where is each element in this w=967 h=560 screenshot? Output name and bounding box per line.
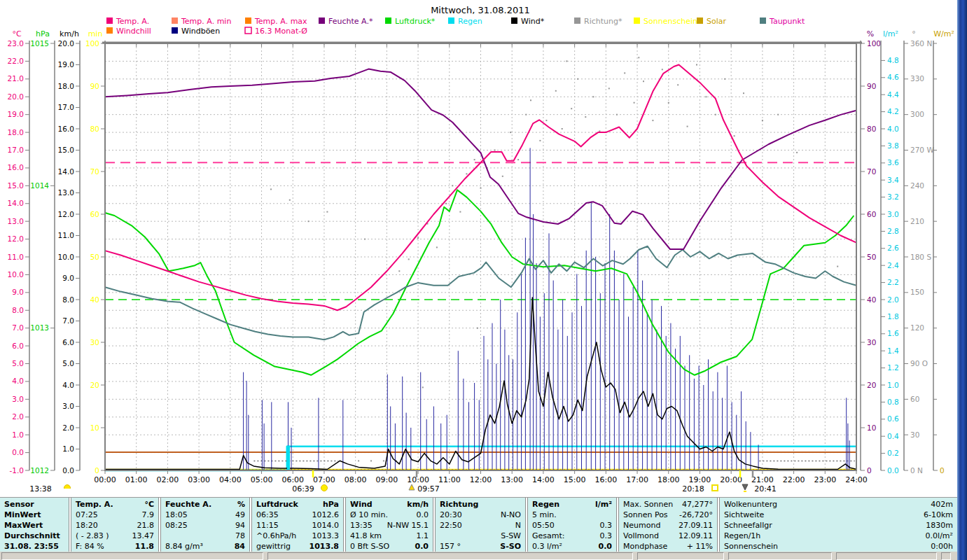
svg-text:15:00: 15:00 [564, 475, 586, 484]
svg-text:22.0: 22.0 [8, 57, 24, 65]
moon-icon [64, 485, 71, 492]
info-column-1: Max. Sonnen47,277°Sonnen Pos-26,720°Neum… [619, 498, 717, 552]
rain-event-bar [287, 446, 290, 470]
svg-text:0.4: 0.4 [887, 432, 899, 440]
svg-text:0: 0 [867, 466, 872, 475]
info-cell: Wolkenunterg402m [724, 499, 953, 510]
stats-cell: 157 °S-SO [440, 541, 521, 552]
legend-item-temp-a-[interactable]: Temp. A. [106, 17, 149, 26]
svg-text:14:00: 14:00 [532, 475, 555, 484]
svg-text:80: 80 [867, 125, 876, 133]
axis-deg: 360 N330300270 W240210180 S15012090 O603… [904, 29, 934, 475]
svg-text:0.8: 0.8 [887, 398, 899, 406]
stats-column-temp-a-: Temp. A.°C07:257.918:2021.8( - 2.83 )13.… [71, 498, 158, 552]
svg-text:0.0: 0.0 [62, 466, 74, 475]
stats-cell: 18:0549 [165, 510, 245, 520]
svg-text:10.0: 10.0 [8, 270, 24, 279]
svg-text:1015: 1015 [30, 39, 49, 48]
stats-table: SensorMinWertMaxWertDurchschnitt31.08. 2… [0, 497, 957, 553]
svg-text:2.4: 2.4 [887, 261, 899, 270]
info-column-2: Wolkenunterg402mSichtweite6-10kmSchneefa… [720, 498, 957, 552]
svg-text:13:38: 13:38 [29, 484, 52, 493]
legend-item-taupunkt[interactable]: Taupunkt [760, 17, 805, 26]
svg-text:16.3 Monat-Ø: 16.3 Monat-Ø [255, 27, 307, 36]
column-header: Windkm/h [350, 499, 429, 510]
svg-text:3.0: 3.0 [62, 402, 74, 410]
svg-text:20.0: 20.0 [8, 92, 24, 101]
svg-text:11.0: 11.0 [58, 231, 74, 239]
marker-13-38: 13:38 [29, 484, 71, 493]
legend-item-feuchte-a-[interactable]: Feuchte A.* [319, 17, 373, 26]
svg-text:09:00: 09:00 [376, 475, 398, 484]
axis-hpa: 1015101410131012hPa [30, 29, 55, 475]
chart-title: Mittwoch, 31.08.2011 [431, 5, 530, 15]
status-segment-1 [1, 552, 263, 560]
svg-text:1.0: 1.0 [12, 430, 24, 439]
grid [105, 43, 856, 470]
svg-text:18:00: 18:00 [658, 475, 680, 484]
legend-item-luftdruck-[interactable]: Luftdruck* [385, 17, 436, 26]
svg-text:20:18: 20:18 [682, 484, 704, 493]
legend-item-16-3-monat-[interactable]: 16.3 Monat-Ø [245, 27, 307, 36]
svg-text:19.0: 19.0 [8, 110, 24, 118]
info-cell: Vollmond12.09.11 [623, 531, 713, 541]
svg-text:0.0: 0.0 [12, 448, 24, 456]
svg-text:9.0: 9.0 [62, 274, 74, 282]
axis-unit-kmh: km/h [60, 29, 79, 38]
stats-cell: 8.84 g/m³84 [165, 541, 245, 552]
legend-item-wind-[interactable]: Wind* [511, 17, 545, 26]
svg-text:210: 210 [910, 217, 924, 225]
stats-cell: 78 [165, 531, 245, 541]
legend-item-temp-a-min[interactable]: Temp. A. min [172, 17, 231, 26]
legend-item-solar[interactable]: Solar [697, 17, 727, 26]
svg-text:50: 50 [867, 253, 876, 261]
axis-pct: 1009080706050403020100% [861, 29, 881, 475]
stats-cell: F: 84 %11.8 [76, 541, 154, 552]
svg-text:17.0: 17.0 [58, 103, 74, 111]
svg-text:17:00: 17:00 [626, 475, 648, 484]
legend-item-windchill[interactable]: Windchill [106, 27, 151, 36]
stats-cell: 5 min. [532, 510, 612, 520]
svg-text:18.0: 18.0 [8, 128, 24, 136]
axis-unit-wm2: W/m² [933, 29, 954, 38]
svg-text:Regen: Regen [458, 17, 482, 26]
legend-item-richtung-[interactable]: Richtung* [574, 17, 622, 26]
stats-cell: 0.3 l/m²0.0 [532, 541, 612, 552]
svg-text:14.0: 14.0 [58, 167, 74, 176]
plot-frame [102, 43, 862, 474]
info-cell: Regen/1h0.0l/m² [724, 531, 953, 541]
legend-item-regen[interactable]: Regen [448, 17, 482, 26]
stats-cell: 18:2021.8 [76, 520, 154, 531]
svg-text:19.0: 19.0 [58, 60, 74, 69]
stats-column-wind: Windkm/hØ 10 min.0.013:35N-NW 15.141.8 k… [346, 498, 433, 552]
status-segment-6 [941, 552, 951, 560]
svg-text:06:00: 06:00 [281, 475, 304, 484]
svg-text:21:00: 21:00 [751, 475, 774, 484]
svg-text:150: 150 [910, 288, 924, 296]
svg-text:0.0: 0.0 [887, 466, 899, 475]
svg-text:20:00: 20:00 [720, 475, 742, 484]
svg-text:13.0: 13.0 [8, 217, 24, 225]
stats-cell: ( - 2.83 )13.47 [76, 531, 154, 541]
svg-text:3.0: 3.0 [12, 395, 24, 403]
legend-item-temp-a-max[interactable]: Temp. A. max [245, 17, 307, 26]
legend-item-sonnenschein[interactable]: Sonnenschein [634, 17, 697, 26]
axis-unit-lm2: l/m² [883, 29, 898, 38]
svg-text:4.8: 4.8 [887, 56, 899, 64]
svg-text:70: 70 [90, 167, 99, 176]
axis-tempC: 23.022.021.020.019.018.017.016.015.014.0… [8, 29, 29, 475]
svg-text:06:39: 06:39 [292, 484, 314, 493]
svg-text:16:00: 16:00 [594, 475, 617, 484]
info-cell: Neumond27.09.11 [623, 520, 713, 531]
row-label: Durchschnitt [4, 531, 64, 541]
svg-text:08:00: 08:00 [345, 475, 367, 484]
svg-text:90: 90 [867, 82, 876, 90]
svg-text:1.6: 1.6 [887, 329, 899, 337]
svg-text:20:41: 20:41 [754, 484, 777, 493]
svg-text:Temp. A. min: Temp. A. min [181, 17, 231, 26]
status-segment-2 [267, 552, 633, 560]
svg-text:10:00: 10:00 [407, 475, 429, 484]
legend-item-windb-en[interactable]: Windböen [172, 27, 220, 36]
svg-text:2.8: 2.8 [887, 227, 899, 235]
chart-canvas: Mittwoch, 31.08.2011 23.022.021.020.019.… [0, 0, 957, 497]
